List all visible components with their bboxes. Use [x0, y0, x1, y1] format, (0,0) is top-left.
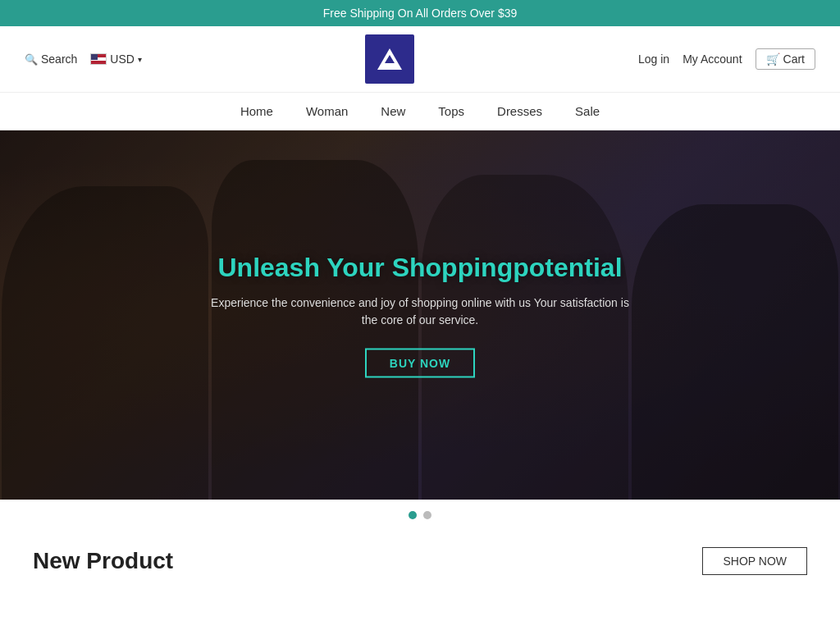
bottom-section: New Product SHOP NOW — [0, 531, 840, 583]
shop-now-button[interactable]: SHOP NOW — [702, 547, 807, 575]
hero-section: Unleash Your Shoppingpotential Experienc… — [0, 130, 840, 500]
carousel-dot-1[interactable] — [409, 511, 417, 519]
header-left: 🔍 Search USD ▾ — [25, 52, 142, 66]
hero-cta-button[interactable]: BUY NOW — [365, 349, 475, 378]
carousel-dot-2[interactable] — [423, 511, 431, 519]
cart-icon: 🛒 — [766, 52, 780, 66]
header: 🔍 Search USD ▾ Log in My Account 🛒 Cart — [0, 26, 840, 93]
logo-area — [142, 34, 638, 84]
new-product-heading: New Product — [33, 548, 173, 574]
carousel-dots — [0, 500, 840, 531]
logo-triangle-icon — [377, 48, 402, 70]
nav-item-tops[interactable]: Tops — [438, 104, 464, 118]
hero-subtitle: Experience the convenience and joy of sh… — [207, 294, 633, 329]
nav-item-dresses[interactable]: Dresses — [497, 104, 542, 118]
banner-text: Free Shipping On All Orders Over $39 — [323, 7, 518, 20]
cart-button[interactable]: 🛒 Cart — [756, 48, 815, 70]
hero-content: Unleash Your Shoppingpotential Experienc… — [207, 253, 633, 378]
logo[interactable] — [365, 34, 414, 84]
search-area[interactable]: 🔍 Search — [25, 52, 77, 66]
nav-item-sale[interactable]: Sale — [575, 104, 600, 118]
main-nav: Home Woman New Tops Dresses Sale — [0, 93, 840, 130]
header-right: Log in My Account 🛒 Cart — [638, 48, 815, 70]
nav-item-new[interactable]: New — [381, 104, 405, 118]
my-account-link[interactable]: My Account — [682, 52, 742, 66]
currency-selector[interactable]: USD ▾ — [90, 52, 142, 66]
login-link[interactable]: Log in — [638, 52, 669, 66]
cart-label: Cart — [783, 52, 805, 66]
top-banner: Free Shipping On All Orders Over $39 — [0, 0, 840, 26]
search-label[interactable]: Search — [41, 52, 77, 66]
nav-item-home[interactable]: Home — [240, 104, 273, 118]
hero-title: Unleash Your Shoppingpotential — [207, 253, 633, 283]
nav-item-woman[interactable]: Woman — [306, 104, 348, 118]
flag-icon — [90, 53, 107, 65]
currency-label: USD — [110, 52, 135, 66]
search-icon: 🔍 — [25, 53, 38, 66]
